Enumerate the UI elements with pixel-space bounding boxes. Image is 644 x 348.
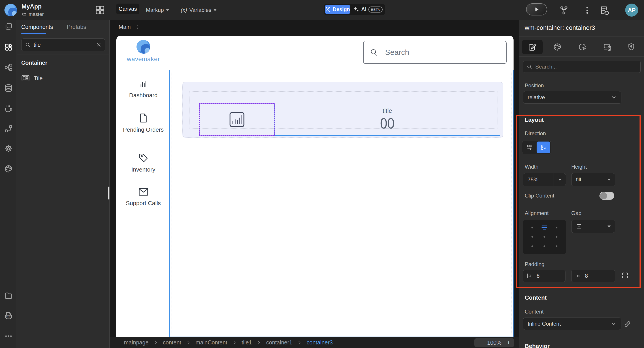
chevron-right-icon: [154, 340, 158, 345]
align-middle-left[interactable]: [526, 232, 538, 241]
rail-files-icon[interactable]: [0, 289, 17, 302]
selected-main-content[interactable]: title 00: [170, 70, 514, 337]
align-top-center-active[interactable]: [538, 223, 551, 232]
design-canvas[interactable]: wavemaker Dashboard Pending Orders Inven…: [116, 36, 514, 337]
selected-widget-title: wm-container: container3: [525, 24, 595, 31]
app-search-input[interactable]: [385, 48, 500, 57]
property-search[interactable]: [523, 61, 641, 73]
tab-styles-palette-icon[interactable]: [547, 40, 568, 54]
direction-column-button[interactable]: [536, 142, 550, 153]
tab-variables[interactable]: (x) Variables: [181, 0, 216, 20]
rail-logs-icon[interactable]: LOG: [0, 309, 17, 322]
tile1-widget[interactable]: title 00: [182, 82, 503, 138]
content-select[interactable]: Inline Content: [523, 317, 622, 330]
chevron-right-icon: [186, 340, 191, 345]
align-middle-center[interactable]: [538, 232, 551, 241]
chevron-down-icon: [611, 95, 617, 100]
nav-item-pending-orders[interactable]: Pending Orders: [116, 113, 170, 133]
user-avatar[interactable]: AP: [625, 4, 638, 17]
align-top-right[interactable]: [550, 223, 563, 232]
rail-database-icon[interactable]: [0, 82, 17, 94]
align-middle-right[interactable]: [550, 232, 563, 241]
rail-widgets-icon[interactable]: [0, 41, 17, 54]
container3-selected[interactable]: title 00: [274, 104, 500, 136]
tab-properties-edit-icon[interactable]: [522, 40, 543, 54]
ai-mode-button[interactable]: AI BETA: [353, 6, 383, 13]
rail-themes-icon[interactable]: [0, 163, 17, 175]
breadcrumb-maincontent[interactable]: mainContent: [196, 339, 227, 346]
zoom-in-button[interactable]: +: [507, 339, 510, 346]
canvas-bottom-bar: mainpage content mainContent tile1 conta…: [110, 337, 519, 348]
tile-title: title: [383, 108, 392, 114]
tile-inner-container[interactable]: title 00: [190, 91, 498, 129]
direction-toggle-group: [522, 141, 551, 154]
align-top-left[interactable]: [526, 223, 538, 232]
padding-horizontal-input[interactable]: 8: [523, 270, 566, 282]
nav-item-inventory[interactable]: Inventory: [116, 153, 170, 173]
content-section-header: Content: [525, 294, 547, 301]
width-input[interactable]: 75%: [523, 173, 566, 186]
component-search-input[interactable]: [34, 42, 93, 48]
file-sync-icon[interactable]: [599, 5, 610, 16]
divider: [519, 36, 644, 37]
gap-input[interactable]: [571, 220, 615, 233]
component-item-tile[interactable]: Tile: [21, 74, 42, 82]
breadcrumb-content[interactable]: content: [163, 339, 181, 346]
tab-responsive-devices-icon[interactable]: [597, 40, 618, 54]
direction-row-button[interactable]: [523, 142, 536, 153]
run-app-button[interactable]: [526, 3, 547, 16]
component-search[interactable]: [21, 39, 105, 51]
tab-components[interactable]: Components: [21, 24, 53, 30]
chart-placeholder-icon: [227, 110, 247, 129]
tile-component-icon: [21, 74, 30, 82]
canvas-area: Main wavemaker Dashboard Pending Orders: [110, 20, 519, 348]
version-branch-icon[interactable]: [559, 5, 569, 15]
panel-resize-handle[interactable]: [108, 187, 110, 200]
rail-java-services-icon[interactable]: [0, 102, 17, 115]
tab-canvas[interactable]: Canvas: [116, 4, 140, 14]
breadcrumb-tile1[interactable]: tile1: [242, 339, 252, 346]
nav-item-support-calls[interactable]: Support Calls: [116, 187, 170, 206]
zoom-out-button[interactable]: −: [478, 339, 482, 346]
app-search-box[interactable]: [363, 41, 506, 64]
height-input[interactable]: fill: [571, 173, 615, 186]
breadcrumb-container1[interactable]: container1: [266, 339, 292, 346]
breadcrumb-mainpage[interactable]: mainpage: [124, 339, 148, 346]
page-menu-icon[interactable]: [135, 24, 140, 30]
nav-item-dashboard[interactable]: Dashboard: [116, 79, 170, 99]
tab-markup[interactable]: Markup: [146, 0, 169, 20]
wavemaker-studio: MyApp master Canvas Markup (x) Variables…: [0, 0, 644, 348]
layout-section-header: Layout: [525, 116, 544, 123]
rail-settings-icon[interactable]: [0, 142, 17, 155]
app-grid-icon[interactable]: [95, 5, 105, 15]
clip-content-toggle[interactable]: [600, 192, 614, 200]
content-bind-link-icon[interactable]: [624, 320, 631, 328]
breadcrumb-container3[interactable]: container3: [306, 339, 333, 346]
clear-search-icon[interactable]: [96, 42, 101, 48]
align-bottom-center[interactable]: [538, 242, 551, 251]
rail-pages-icon[interactable]: [0, 20, 17, 33]
height-dropdown[interactable]: [603, 173, 615, 186]
design-mode-button[interactable]: Design: [325, 5, 350, 14]
padding-vertical-input[interactable]: 8: [571, 270, 615, 282]
rail-structure-icon[interactable]: [0, 61, 17, 74]
property-search-input[interactable]: [535, 64, 637, 70]
rail-more-icon[interactable]: [0, 330, 17, 342]
tab-security-shield-icon[interactable]: [621, 40, 642, 54]
tab-prefabs[interactable]: Prefabs: [67, 24, 86, 30]
align-center-icon: [540, 225, 548, 231]
direction-label: Direction: [525, 130, 546, 137]
width-dropdown[interactable]: [554, 173, 566, 186]
wavemaker-logo-icon[interactable]: [4, 3, 18, 17]
rail-apis-icon[interactable]: [0, 123, 17, 135]
padding-per-side-button[interactable]: [622, 272, 628, 279]
align-bottom-right[interactable]: [550, 242, 563, 251]
search-icon: [370, 48, 378, 57]
position-select[interactable]: relative: [523, 91, 622, 104]
page-tab-main[interactable]: Main: [118, 24, 140, 30]
align-bottom-left[interactable]: [526, 242, 538, 251]
tab-interactions-icon[interactable]: [572, 40, 593, 54]
more-options-icon[interactable]: [583, 5, 592, 15]
container1-dropzone[interactable]: [199, 103, 274, 136]
gap-dropdown[interactable]: [603, 220, 615, 233]
